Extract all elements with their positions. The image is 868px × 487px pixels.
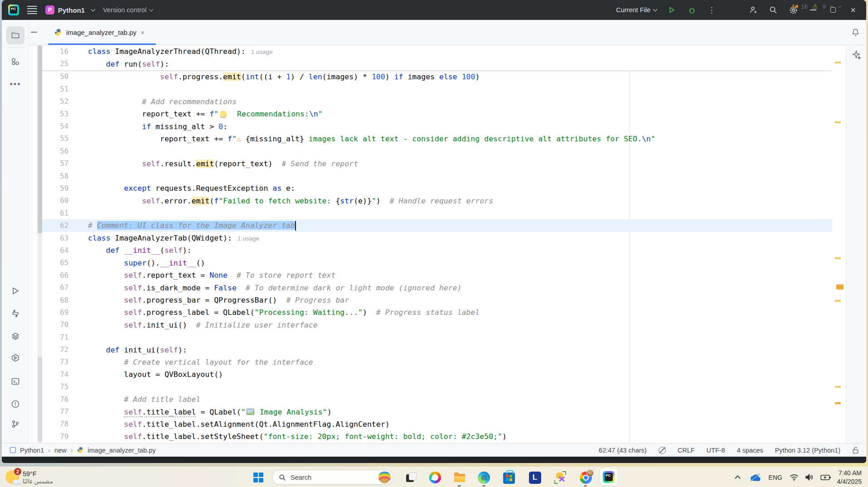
volume-icon[interactable] bbox=[802, 473, 817, 481]
services-toolwindow-button[interactable] bbox=[6, 327, 24, 345]
code-line[interactable]: 61 bbox=[42, 207, 832, 219]
line-number[interactable]: 57 bbox=[42, 159, 68, 168]
code-editor[interactable]: 16class ImageAnalyzerThread(QThread):1 u… bbox=[42, 45, 832, 443]
left-scrollbar-thumb-lower[interactable] bbox=[38, 357, 42, 442]
code-line[interactable]: 70 self.init_ui() # Initialize user inte… bbox=[42, 319, 832, 331]
start-button[interactable] bbox=[252, 471, 265, 484]
structure-toolwindow-button[interactable] bbox=[6, 53, 24, 71]
warning-mark[interactable] bbox=[836, 284, 844, 289]
line-number[interactable]: 53 bbox=[42, 110, 68, 118]
hidden-icons-chevron[interactable] bbox=[730, 474, 746, 480]
line-number[interactable]: 61 bbox=[42, 209, 68, 217]
next-problem-icon[interactable] bbox=[838, 3, 842, 8]
code-line[interactable]: 56 bbox=[42, 145, 832, 157]
language-indicator[interactable]: ENG bbox=[765, 474, 786, 481]
more-actions-button[interactable]: ⋮ bbox=[707, 5, 717, 15]
breadcrumb-folder[interactable]: new bbox=[54, 447, 67, 454]
line-number[interactable]: 25 bbox=[42, 60, 68, 68]
code-line[interactable]: 55 report_text += f"⚠ {missing_alt} imag… bbox=[42, 133, 832, 145]
code-line[interactable]: 62# Comment: UI class for the Image Anal… bbox=[42, 219, 832, 231]
microsoft-store-button[interactable] bbox=[502, 470, 516, 485]
code-line[interactable]: 67 self.is_dark_mode = False # To determ… bbox=[42, 281, 832, 294]
line-number[interactable]: 64 bbox=[42, 246, 68, 255]
warning-mark[interactable] bbox=[835, 62, 841, 63]
encoding-widget[interactable]: UTF-8 bbox=[707, 447, 725, 454]
search-everywhere-button[interactable] bbox=[768, 5, 778, 15]
left-scrollbar-thumb[interactable] bbox=[38, 45, 42, 233]
line-separator-widget[interactable]: CRLF bbox=[678, 447, 695, 454]
line-number[interactable]: 78 bbox=[42, 420, 68, 428]
line-number[interactable]: 76 bbox=[42, 395, 68, 404]
line-number[interactable]: 55 bbox=[42, 135, 68, 143]
breadcrumb-project[interactable]: Python1 bbox=[20, 447, 44, 454]
line-number[interactable]: 50 bbox=[42, 72, 68, 81]
run-configuration-selector[interactable]: Current File bbox=[616, 6, 657, 14]
code-line[interactable]: 77 self.title_label = QLabel(" Image Ana… bbox=[42, 405, 832, 418]
line-number[interactable]: 54 bbox=[42, 122, 68, 130]
project-toolwindow-button[interactable] bbox=[6, 26, 24, 44]
close-button[interactable]: × bbox=[848, 5, 858, 15]
code-line[interactable]: 72 def init_ui(self): bbox=[42, 343, 832, 356]
main-menu-icon[interactable] bbox=[27, 6, 37, 14]
edge-button[interactable] bbox=[476, 470, 491, 485]
line-number[interactable]: 69 bbox=[42, 309, 68, 317]
line-number[interactable]: 62 bbox=[42, 222, 68, 230]
line-number[interactable]: 59 bbox=[42, 184, 68, 193]
db-tool-button[interactable] bbox=[553, 470, 567, 485]
line-number[interactable]: 51 bbox=[42, 85, 68, 93]
chrome-button[interactable] bbox=[578, 470, 593, 485]
tab-image-analyzer[interactable]: image_analyzer_tab.py × bbox=[48, 20, 151, 45]
caret-position-widget[interactable]: 62:47 (43 chars) bbox=[599, 447, 647, 454]
warning-mark[interactable] bbox=[835, 386, 841, 388]
vcs-widget[interactable]: Version control bbox=[103, 6, 153, 14]
line-number[interactable]: 65 bbox=[42, 259, 68, 267]
debug-button[interactable] bbox=[687, 5, 697, 15]
line-number[interactable]: 52 bbox=[42, 97, 68, 106]
line-number[interactable]: 58 bbox=[42, 172, 68, 180]
copilot-button[interactable] bbox=[428, 470, 442, 485]
code-line[interactable]: 63class ImageAnalyzerTab(QWidget):1 usag… bbox=[42, 232, 832, 244]
run-button[interactable] bbox=[667, 5, 677, 15]
warning-mark[interactable] bbox=[835, 257, 841, 259]
problems-toolwindow-button[interactable] bbox=[6, 395, 24, 413]
code-line[interactable]: 50 self.progress.emit(int((i + 1) / len(… bbox=[42, 71, 832, 83]
line-number[interactable]: 60 bbox=[42, 197, 68, 205]
notifications-bell-icon[interactable] bbox=[851, 28, 860, 37]
code-line[interactable]: 16class ImageAnalyzerThread(QThread):1 u… bbox=[42, 45, 832, 58]
error-stripe[interactable] bbox=[832, 45, 846, 443]
code-line[interactable]: 53 report_text += f" Recommendations:\n" bbox=[42, 108, 832, 120]
code-line[interactable]: 54 if missing_alt > 0: bbox=[42, 120, 832, 132]
search-daily-image[interactable] bbox=[378, 471, 391, 483]
line-number[interactable]: 71 bbox=[42, 333, 68, 342]
line-number[interactable]: 56 bbox=[42, 147, 68, 155]
code-line[interactable]: 58 bbox=[42, 170, 832, 182]
line-number[interactable]: 75 bbox=[42, 383, 68, 391]
code-line[interactable]: 68 self.progress_bar = QProgressBar() # … bbox=[42, 294, 832, 306]
wifi-icon[interactable] bbox=[786, 474, 802, 481]
pycharm-taskbar-button[interactable]: PC bbox=[600, 468, 617, 486]
code-line[interactable]: 57 self.result.emit(report_text) # Send … bbox=[42, 158, 832, 170]
code-line[interactable]: 25 def run(self): bbox=[42, 58, 832, 70]
code-line[interactable]: 76 # Add title label bbox=[42, 393, 832, 405]
more-toolwindows-button[interactable]: ••• bbox=[6, 75, 24, 93]
code-with-me-button[interactable] bbox=[748, 5, 758, 15]
code-line[interactable]: 52 # Add recommendations bbox=[42, 96, 832, 108]
code-line[interactable]: 69 self.progress_label = QLabel("Process… bbox=[42, 306, 832, 318]
packages-toolwindow-button[interactable] bbox=[6, 349, 24, 367]
onedrive-icon[interactable] bbox=[746, 473, 765, 482]
l-app-button[interactable]: L bbox=[528, 470, 542, 485]
warning-mark[interactable] bbox=[835, 300, 841, 302]
code-line[interactable]: 79 self.title_label.setStyleSheet("font-… bbox=[42, 430, 832, 443]
highlighting-level-icon[interactable] bbox=[659, 447, 666, 454]
code-line[interactable]: 66 self.report_text = None # To store re… bbox=[42, 269, 832, 281]
hide-toolwindow-icon[interactable] bbox=[31, 32, 37, 33]
project-widget[interactable]: P Python1 bbox=[45, 5, 95, 14]
clock-widget[interactable]: 7:40 AM 4/4/2025 bbox=[834, 469, 868, 485]
code-line[interactable]: 73 # Create vertical layout for the inte… bbox=[42, 356, 832, 368]
code-line[interactable]: 64 def __init__(self): bbox=[42, 244, 832, 256]
code-line[interactable]: 78 self.title_label.setAlignment(Qt.Alig… bbox=[42, 418, 832, 430]
code-line[interactable]: 74 layout = QVBoxLayout() bbox=[42, 368, 832, 381]
line-number[interactable]: 74 bbox=[42, 371, 68, 379]
version-control-toolwindow-button[interactable] bbox=[6, 415, 24, 433]
line-number[interactable]: 66 bbox=[42, 271, 68, 280]
